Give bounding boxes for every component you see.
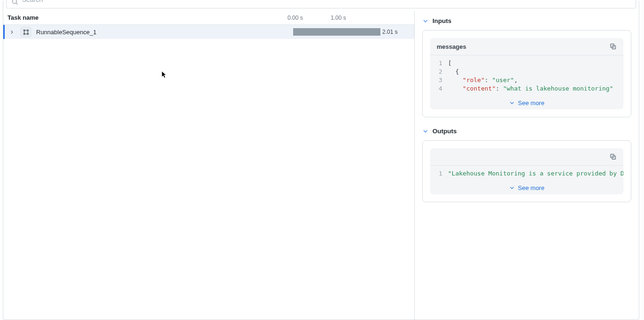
outputs-code-header [430, 148, 623, 166]
task-row[interactable]: RunnableSequence_1 2.01 s [3, 25, 414, 39]
chevron-right-icon [9, 30, 15, 35]
outputs-see-more[interactable]: See more [430, 182, 623, 194]
see-more-label: See more [518, 184, 544, 191]
code-text: "content": "what is lakehouse monitoring… [448, 84, 623, 93]
search-box[interactable] [6, 0, 636, 8]
line-number: 2 [430, 68, 448, 76]
search-icon [11, 0, 18, 5]
code-text: [ [448, 59, 623, 68]
code-text: "Lakehouse Monitoring is a service provi… [448, 169, 623, 178]
timeline-header: 0.00 s1.00 s [281, 11, 414, 24]
copy-icon[interactable] [609, 43, 617, 50]
inputs-code-header: messages [430, 38, 623, 55]
trace-rows: RunnableSequence_1 2.01 s [3, 25, 414, 320]
code-text: { [448, 68, 623, 76]
see-more-label: See more [518, 99, 544, 107]
line-number: 1 [430, 59, 448, 68]
timeline-tick: 1.00 s [331, 15, 346, 21]
outputs-section-toggle[interactable]: Outputs [422, 128, 631, 135]
code-line: 1"Lakehouse Monitoring is a service prov… [430, 169, 623, 178]
line-number: 4 [430, 84, 448, 93]
inputs-code-body: 1[2 {3 "role": "user",4 "content": "what… [430, 55, 623, 97]
code-line: 1[ [430, 59, 623, 68]
copy-icon[interactable] [609, 153, 617, 160]
trace-panel: Task name 0.00 s1.00 s RunnableSequence_… [3, 11, 415, 320]
outputs-code-body: 1"Lakehouse Monitoring is a service prov… [430, 166, 623, 182]
chevron-down-icon [422, 18, 429, 24]
code-line: 2 { [430, 68, 623, 76]
chevron-down-icon [509, 185, 515, 191]
chevron-down-icon [422, 128, 429, 135]
app-frame: Task name 0.00 s1.00 s RunnableSequence_… [3, 0, 639, 320]
main-split: Task name 0.00 s1.00 s RunnableSequence_… [3, 11, 639, 320]
outputs-card: 1"Lakehouse Monitoring is a service prov… [422, 140, 631, 202]
outputs-title: Outputs [432, 128, 457, 135]
trace-header: Task name 0.00 s1.00 s [3, 11, 414, 25]
scrollbar[interactable] [641, 0, 644, 320]
task-name-cell: RunnableSequence_1 [5, 26, 281, 38]
duration-bar [293, 28, 380, 36]
inputs-see-more[interactable]: See more [430, 97, 623, 109]
inputs-section-toggle[interactable]: Inputs [422, 17, 631, 24]
inputs-card: messages 1[2 {3 "role": "user",4 "conten… [422, 30, 631, 117]
chain-icon [20, 26, 31, 38]
svg-line-1 [16, 3, 17, 4]
task-name-label: RunnableSequence_1 [36, 29, 97, 36]
inputs-block-label: messages [437, 43, 466, 50]
task-name-column-header: Task name [3, 14, 281, 21]
inputs-title: Inputs [432, 17, 452, 24]
line-number: 3 [430, 76, 448, 84]
code-line: 4 "content": "what is lakehouse monitori… [430, 84, 623, 93]
task-timeline-cell: 2.01 s [281, 25, 414, 39]
inputs-code-block: messages 1[2 {3 "role": "user",4 "conten… [430, 38, 623, 109]
timeline-tick: 0.00 s [288, 15, 303, 21]
details-panel: Inputs messages 1[2 {3 "role": "user",4 … [415, 11, 639, 320]
line-number: 1 [430, 169, 448, 178]
duration-label: 2.01 s [382, 29, 398, 35]
chevron-down-icon [509, 100, 515, 106]
search-input[interactable] [22, 0, 631, 3]
expand-toggle[interactable] [8, 28, 15, 36]
code-text: "role": "user", [448, 76, 623, 84]
search-row [3, 0, 639, 11]
outputs-code-block: 1"Lakehouse Monitoring is a service prov… [430, 148, 623, 194]
code-line: 3 "role": "user", [430, 76, 623, 84]
